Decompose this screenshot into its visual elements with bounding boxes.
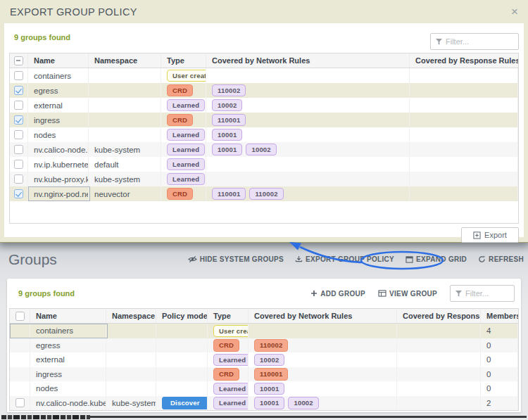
close-icon[interactable]: × [511,6,518,18]
export-button-label: Export [484,231,507,239]
response-rules-cell [397,367,481,382]
column-header-name[interactable]: Name [28,53,89,68]
row-checkbox[interactable] [15,398,25,407]
select-all-checkbox[interactable] [14,56,23,65]
row-checkbox[interactable] [14,86,23,95]
table-row[interactable]: nv.calico-node.kube-systemkube-systemDis… [10,396,518,411]
type-cell: User created [208,324,249,338]
column-header-response-rules[interactable]: Covered by Response R.. [397,309,481,323]
row-checkbox[interactable] [14,115,23,125]
checkbox-cell[interactable] [10,127,28,142]
type-cell: CRD [208,367,249,382]
response-rules-cell [410,98,518,113]
checkbox-cell[interactable] [10,172,28,186]
row-checkbox[interactable] [14,71,23,80]
modal-filter-input[interactable] [446,37,513,46]
row-checkbox[interactable] [14,145,23,154]
row-checkbox[interactable] [14,101,23,110]
refresh-icon [478,255,486,263]
name-cell: ingress [30,367,106,382]
row-checkbox[interactable] [14,189,23,198]
checkbox-cell[interactable] [10,98,28,113]
members-cell: 4 [481,324,518,338]
table-row[interactable]: externalLearned10002 [10,98,518,113]
groups-filter-input[interactable] [465,289,509,298]
export-group-policy-button[interactable]: EXPORT GROUP POLICY [295,255,394,263]
column-header-namespace[interactable]: Namespace [106,309,156,323]
checkbox-cell[interactable] [10,142,28,157]
table-row[interactable]: nodesLearned10001 [10,127,518,142]
table-row[interactable]: egressCRD110002 [10,83,518,98]
column-header-response-rules[interactable]: Covered by Response Rules [410,53,518,68]
checkbox-cell [10,324,30,338]
table-row[interactable]: ingressCRD110001 [10,113,518,127]
select-all-checkbox[interactable] [15,312,25,321]
name-cell: nv.nginx-pod.neuvector [28,186,89,201]
column-header-policy-mode[interactable]: Policy mode [156,309,208,323]
table-row[interactable]: egressCRD1100020 [10,338,518,353]
bottom-edge-line [90,416,527,418]
export-button[interactable]: Export [461,227,519,243]
crd-badge: CRD [213,339,239,352]
name-cell: containers [30,324,106,338]
checkbox-cell[interactable] [10,113,28,127]
table-row[interactable]: nv.nginx-pod.neuvectorneuvectorCRD110001… [10,186,518,201]
name-cell: nv.calico-node.kube-system [28,142,89,157]
type-cell: Learned [208,381,249,396]
refresh-button[interactable]: REFRESH [478,255,524,263]
type-cell: Learned [208,352,249,367]
table-row[interactable]: nodesLearned100010 [10,381,518,396]
network-rules-cell: 110001110002 [206,186,410,201]
learned-badge: Learned [167,144,205,156]
header-checkbox-cell[interactable] [10,53,28,68]
column-header-type[interactable]: Type [161,53,206,68]
crd-badge: CRD [167,188,193,201]
table-row[interactable]: externalLearned100020 [10,352,518,367]
row-checkbox[interactable] [14,130,23,139]
hide-system-groups-button[interactable]: HIDE SYSTEM GROUPS [188,255,284,263]
table-row[interactable]: nv.ip.kubernetes.defaultdefaultLearned [10,157,518,172]
network-rules-cell: 10001 [249,381,397,396]
checkbox-cell[interactable] [10,186,28,201]
groups-table-header: Name Namespace Policy mode Type Covered … [10,309,518,324]
add-group-button[interactable]: ADD GROUP [310,290,365,298]
namespace-cell: default [89,157,161,172]
column-header-type[interactable]: Type [208,309,249,323]
namespace-cell: kube-system [89,172,161,186]
network-rules-cell: 10001 [206,127,410,142]
modal-filter-box[interactable] [430,33,519,50]
header-checkbox-cell[interactable] [10,309,30,323]
network-rules-cell: 110002 [249,338,397,353]
network-rules-cell [206,157,410,172]
name-cell: egress [28,83,89,98]
table-row[interactable]: ingressCRD1100010 [10,367,518,382]
type-cell: CRD [208,338,249,353]
column-header-members[interactable]: Members [481,309,518,323]
bottom-window-edge [0,414,528,420]
type-cell: Learned [161,127,206,142]
members-cell: 0 [481,381,518,396]
groups-filter-box[interactable] [450,285,515,302]
view-group-button[interactable]: VIEW GROUP [378,290,437,298]
column-header-network-rules[interactable]: Covered by Network Rules [249,309,397,323]
checkbox-cell[interactable] [10,83,28,98]
row-checkbox[interactable] [14,174,23,184]
table-row[interactable]: containersUser created4 [10,324,518,338]
network-rules-cell [249,324,397,338]
checkbox-cell[interactable] [10,396,30,411]
table-row[interactable]: nv.kube-proxy.kube-systemkube-systemLear… [10,172,518,186]
checkbox-cell[interactable] [10,68,28,83]
column-header-network-rules[interactable]: Covered by Network Rules [206,53,410,68]
column-header-namespace[interactable]: Namespace [89,53,161,68]
namespace-cell [89,98,161,113]
row-checkbox[interactable] [14,160,23,169]
policy-mode-cell [156,338,208,353]
expand-grid-button[interactable]: EXPAND GRID [406,255,467,263]
view-grid-icon [378,290,386,297]
purple-badge: 10002 [254,354,284,367]
column-header-name[interactable]: Name [30,309,106,323]
checkbox-cell[interactable] [10,157,28,172]
table-row[interactable]: containersUser created [10,68,518,83]
table-row[interactable]: nv.calico-node.kube-systemkube-systemLea… [10,142,518,157]
name-cell: containers [28,68,89,83]
